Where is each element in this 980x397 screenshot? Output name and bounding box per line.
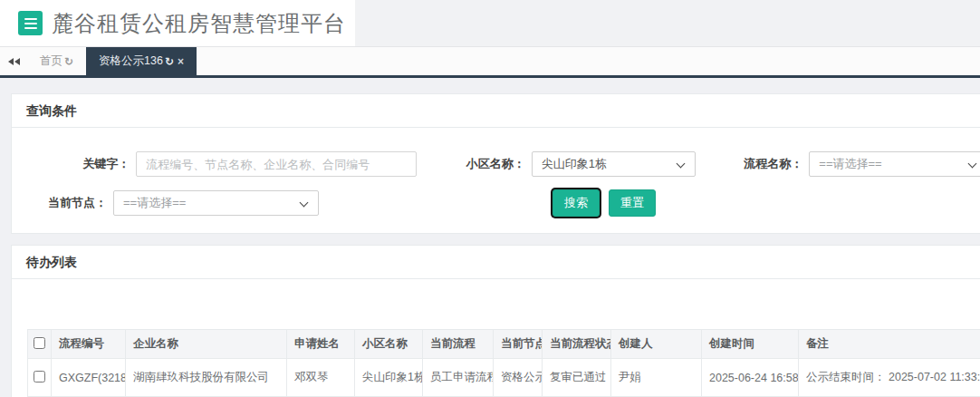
query-panel-header: 查询条件 xyxy=(12,94,980,128)
col-remark[interactable]: 备注 xyxy=(799,330,980,359)
process-name-select[interactable]: ==请选择== xyxy=(809,151,980,177)
chevron-down-icon xyxy=(676,160,685,169)
tab-qualification-publicity[interactable]: 资格公示136 ↻ × xyxy=(86,47,197,75)
cell-company-name: 湖南肆玖科技股份有限公司 xyxy=(126,359,287,397)
cell-remark: 公示结束时间： 2025-07-02 11:33:14 xyxy=(799,359,980,397)
row-checkbox[interactable] xyxy=(34,371,45,382)
cell-process-status: 复审已通过 xyxy=(543,359,611,397)
cell-process-code: GXGZF(32185) xyxy=(52,359,126,397)
reset-button[interactable]: 重置 xyxy=(609,189,656,217)
search-button[interactable]: 搜索 xyxy=(552,189,600,217)
current-node-select[interactable]: ==请选择== xyxy=(113,190,319,216)
tab-home-label: 首页 xyxy=(40,53,62,69)
cell-current-node: 资格公示 xyxy=(494,359,543,397)
process-name-select-value: ==请选择== xyxy=(819,156,881,172)
double-left-arrow-icon xyxy=(8,58,14,65)
cell-applicant-name: 邓双琴 xyxy=(287,359,355,397)
col-current-node[interactable]: 当前节点 xyxy=(494,330,543,359)
app-header: 麓谷租赁公租房智慧管理平台 xyxy=(0,0,980,47)
query-conditions-panel: 查询条件 关键字： 小区名称： 尖山印象1栋 流程名称： ==请选择== 当前节… xyxy=(11,93,980,234)
keyword-label: 关键字： xyxy=(12,156,130,172)
col-current-process[interactable]: 当前流程 xyxy=(423,330,494,359)
hamburger-icon xyxy=(24,18,37,20)
keyword-input[interactable] xyxy=(136,151,417,177)
col-company-name[interactable]: 企业名称 xyxy=(126,330,287,359)
col-create-time[interactable]: 创建时间 xyxy=(702,330,799,359)
process-name-label: 流程名称： xyxy=(696,156,803,172)
refresh-icon[interactable]: ↻ xyxy=(64,55,73,68)
refresh-icon[interactable]: ↻ xyxy=(165,55,174,68)
col-community-name[interactable]: 小区名称 xyxy=(355,330,423,359)
col-applicant-name[interactable]: 申请姓名 xyxy=(287,330,355,359)
collapse-tabs-button[interactable] xyxy=(0,47,27,75)
cell-creator: 尹娟 xyxy=(611,359,702,397)
community-select-value: 尖山印象1栋 xyxy=(542,156,607,172)
current-node-label: 当前节点： xyxy=(12,195,107,211)
tab-strip: 首页 ↻ 资格公示136 ↻ × xyxy=(0,47,980,78)
chevron-down-icon xyxy=(968,160,977,169)
community-select[interactable]: 尖山印象1栋 xyxy=(532,151,696,177)
app-title: 麓谷租赁公租房智慧管理平台 xyxy=(52,9,346,38)
hamburger-menu-button[interactable] xyxy=(18,11,43,35)
col-process-code[interactable]: 流程编号 xyxy=(52,330,126,359)
cell-community-name: 尖山印象1栋 xyxy=(355,359,423,397)
table-header-row: 流程编号 企业名称 申请姓名 小区名称 当前流程 当前节点 当前流程状态 创建人… xyxy=(28,330,980,359)
close-tab-icon[interactable]: × xyxy=(178,55,184,68)
todo-list-panel: 待办列表 流程编号 企业名称 申请姓名 小区名称 当前流程 当前节点 当前流程状… xyxy=(11,245,980,397)
table-row[interactable]: GXGZF(32185) 湖南肆玖科技股份有限公司 邓双琴 尖山印象1栋 员工申… xyxy=(28,359,980,397)
cell-create-time: 2025-06-24 16:58:22 xyxy=(702,359,799,397)
community-label: 小区名称： xyxy=(417,156,525,172)
todo-panel-title: 待办列表 xyxy=(26,255,77,269)
cell-current-process: 员工申请流程 xyxy=(423,359,494,397)
col-process-status[interactable]: 当前流程状态 xyxy=(543,330,611,359)
col-creator[interactable]: 创建人 xyxy=(611,330,702,359)
select-all-checkbox[interactable] xyxy=(34,337,45,349)
todo-panel-header: 待办列表 xyxy=(12,246,980,279)
current-node-select-value: ==请选择== xyxy=(123,195,186,211)
tab-home[interactable]: 首页 ↻ xyxy=(27,47,86,75)
chevron-down-icon xyxy=(300,198,309,208)
query-panel-title: 查询条件 xyxy=(26,103,77,118)
todo-table: 流程编号 企业名称 申请姓名 小区名称 当前流程 当前节点 当前流程状态 创建人… xyxy=(27,329,980,397)
tab-active-label: 资格公示136 xyxy=(99,53,163,69)
